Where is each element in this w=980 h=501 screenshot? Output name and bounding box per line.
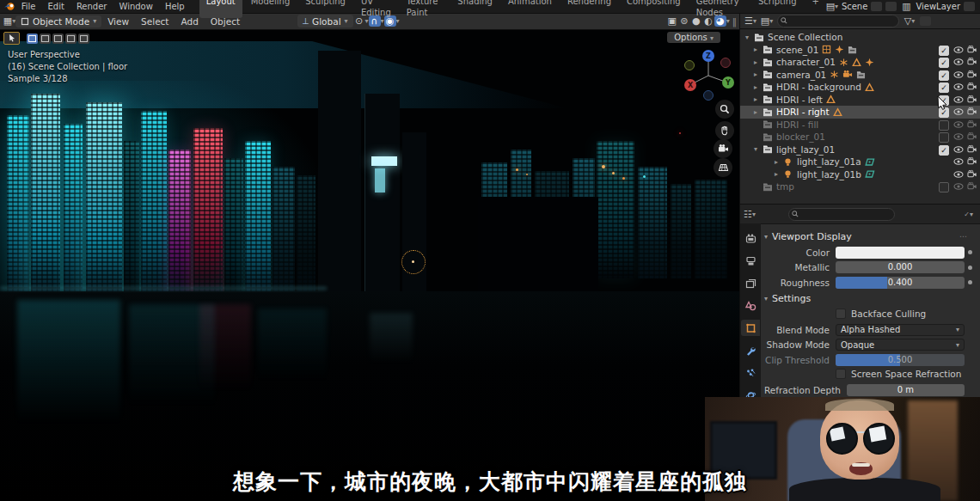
- disable-in-renders-camera-icon[interactable]: [967, 169, 977, 180]
- workspace-tab-animation[interactable]: Animation: [501, 0, 559, 18]
- outliner-item[interactable]: ▾light_lazy_01✓: [740, 144, 980, 156]
- pan-hand-button[interactable]: [715, 121, 734, 140]
- axis-neg-x-ball[interactable]: [721, 58, 731, 68]
- hide-in-viewport-eye-icon[interactable]: [953, 120, 964, 131]
- hide-in-viewport-eye-icon[interactable]: [953, 46, 964, 56]
- workspace-tab-shading[interactable]: Shading: [450, 0, 499, 18]
- zoom-button[interactable]: [715, 100, 734, 119]
- workspace-tab-texture-paint[interactable]: Texture Paint: [400, 0, 450, 18]
- disable-in-renders-camera-icon[interactable]: [967, 107, 977, 118]
- outliner-item[interactable]: HDRI - fill: [740, 119, 980, 131]
- hide-in-viewport-eye-icon[interactable]: [953, 170, 964, 180]
- hide-in-viewport-eye-icon[interactable]: [953, 182, 964, 192]
- outliner-item[interactable]: tmp: [740, 180, 980, 193]
- properties-tab-object[interactable]: [741, 320, 760, 336]
- disclosure-triangle-icon[interactable]: ▸: [775, 170, 783, 178]
- new-viewlayer-icon[interactable]: [964, 2, 975, 11]
- viewport-menu-view[interactable]: View: [101, 16, 135, 27]
- disclosure-triangle-icon[interactable]: ▸: [754, 108, 763, 116]
- scene-icon[interactable]: ▤▾: [826, 1, 838, 12]
- editor-type-icon[interactable]: ▦▾: [3, 15, 15, 27]
- keyframe-dot[interactable]: [965, 280, 975, 284]
- disable-in-renders-camera-icon[interactable]: [967, 156, 977, 168]
- outliner-root-row[interactable]: ▾ Scene Collection: [740, 31, 980, 44]
- app-menu-help[interactable]: Help: [159, 2, 191, 11]
- disclosure-triangle-icon[interactable]: ▸: [754, 70, 763, 78]
- property-widget[interactable]: [836, 247, 965, 259]
- properties-tab-output[interactable]: [741, 253, 760, 269]
- disclosure-triangle-icon[interactable]: ▸: [775, 158, 783, 166]
- disable-in-renders-camera-icon[interactable]: [967, 45, 977, 56]
- outliner-options-icon[interactable]: [920, 16, 931, 26]
- panel-options-dots[interactable]: ⋯: [959, 232, 975, 241]
- axis-neg-y-ball[interactable]: [685, 61, 695, 70]
- hide-in-viewport-eye-icon[interactable]: [953, 107, 964, 118]
- app-menu-window[interactable]: Window: [113, 2, 158, 11]
- workspace-tab-sculpting[interactable]: Sculpting: [298, 0, 352, 18]
- exclude-checkbox[interactable]: ✓: [939, 58, 949, 68]
- properties-tab-particles[interactable]: [741, 364, 760, 381]
- disable-in-renders-camera-icon[interactable]: [967, 82, 977, 93]
- exclude-checkbox[interactable]: [939, 120, 949, 131]
- outliner-item[interactable]: ▸HDRI - background✓: [740, 81, 980, 94]
- keyframe-dot[interactable]: [965, 250, 975, 254]
- viewport-menu-select[interactable]: Select: [135, 16, 175, 27]
- value-slider[interactable]: 0.000: [836, 261, 965, 273]
- disable-in-renders-camera-icon[interactable]: [967, 70, 977, 81]
- exclude-checkbox[interactable]: ✓: [939, 82, 949, 93]
- checkbox-backface-culling[interactable]: Backface Culling: [836, 309, 965, 319]
- property-widget[interactable]: Backface Culling: [836, 309, 965, 321]
- workspace-tab-geometry-nodes[interactable]: Geometry Nodes: [689, 0, 750, 18]
- new-scene-icon[interactable]: [885, 2, 897, 11]
- workspace-tab-compositing[interactable]: Compositing: [620, 0, 688, 18]
- disable-in-renders-camera-icon[interactable]: [967, 95, 977, 106]
- blender-logo-icon[interactable]: [4, 2, 15, 12]
- exclude-checkbox[interactable]: [939, 182, 949, 192]
- property-widget[interactable]: 0.500: [836, 354, 965, 366]
- app-menu-render[interactable]: Render: [70, 2, 113, 11]
- disable-in-renders-camera-icon[interactable]: [967, 119, 977, 131]
- workspace-tab-layout[interactable]: Layout: [199, 0, 242, 18]
- viewlayer-icon[interactable]: ▥: [900, 1, 912, 12]
- properties-search-input[interactable]: [788, 208, 895, 221]
- outliner-item[interactable]: ▸light_lazy_01b: [740, 168, 980, 181]
- checkbox-box[interactable]: [836, 369, 846, 379]
- select-mode-new-button[interactable]: [27, 34, 38, 44]
- property-widget[interactable]: 0 m: [847, 384, 965, 396]
- exclude-checkbox[interactable]: ✓: [939, 46, 949, 56]
- camera-view-button[interactable]: [714, 139, 732, 158]
- property-widget[interactable]: 0.400: [836, 277, 965, 289]
- disclosure-triangle-icon[interactable]: ▸: [754, 95, 763, 103]
- disclosure-triangle-icon[interactable]: ▾: [754, 145, 763, 153]
- workspace-tab-scripting[interactable]: Scripting: [751, 0, 803, 18]
- hide-in-viewport-eye-icon[interactable]: [953, 95, 964, 106]
- dropdown-shadow-mode[interactable]: Opaque▾: [836, 339, 965, 351]
- app-menu-edit[interactable]: Edit: [42, 2, 70, 11]
- disable-in-renders-camera-icon[interactable]: [967, 181, 977, 192]
- active-select-tool-button[interactable]: [3, 32, 20, 45]
- value-slider[interactable]: 0 m: [847, 384, 965, 396]
- pin-scene-icon[interactable]: [871, 2, 882, 11]
- workspace-tab-+[interactable]: +: [805, 0, 825, 18]
- properties-tab-modifiers[interactable]: [741, 342, 760, 358]
- disclosure-triangle-icon[interactable]: ▸: [754, 58, 763, 66]
- exclude-checkbox[interactable]: ✓: [939, 70, 949, 81]
- viewlayer-name[interactable]: ViewLayer: [916, 2, 960, 11]
- options-dropdown[interactable]: Options ▾: [667, 32, 720, 43]
- select-mode-invert-button[interactable]: [65, 34, 77, 44]
- property-widget[interactable]: Alpha Hashed▾: [836, 324, 965, 336]
- properties-tab-scene[interactable]: [741, 297, 760, 314]
- outliner-item[interactable]: blocker_01: [740, 131, 980, 144]
- disable-in-renders-camera-icon[interactable]: [967, 57, 977, 68]
- hide-in-viewport-eye-icon[interactable]: [953, 70, 964, 81]
- app-menu-file[interactable]: File: [15, 2, 42, 11]
- perspective-toggle-button[interactable]: [714, 158, 732, 177]
- hide-in-viewport-eye-icon[interactable]: [953, 82, 964, 93]
- outliner-item[interactable]: ▸camera_01✓: [740, 69, 980, 82]
- mode-dropdown[interactable]: Object Mode ▾: [15, 15, 101, 27]
- properties-editor-icon[interactable]: ☷▾: [744, 209, 756, 220]
- workspace-tab-modeling[interactable]: Modeling: [244, 0, 297, 18]
- exclude-checkbox[interactable]: ✓: [939, 145, 949, 156]
- value-slider[interactable]: 0.500: [836, 354, 965, 366]
- workspace-tab-uv-editing[interactable]: UV Editing: [354, 0, 398, 18]
